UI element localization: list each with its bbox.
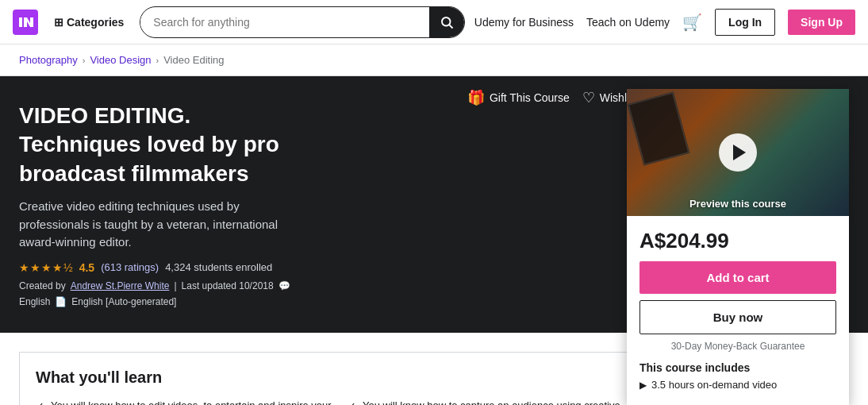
breadcrumb-sep-1: ›	[83, 56, 86, 65]
nav-link-teach[interactable]: Teach on Udemy	[586, 16, 670, 29]
meta-row: Created by Andrew St.Pierre White | Last…	[19, 280, 305, 307]
search-input[interactable]	[140, 16, 428, 29]
heart-icon: ♡	[582, 89, 595, 106]
video-icon: ▶	[639, 380, 647, 391]
nav-links: Udemy for Business Teach on Udemy 🛒 Log …	[474, 9, 855, 36]
learn-box: What you'll learn ✓ You will know how to…	[19, 352, 670, 405]
course-title: VIDEO EDITING. Techniques loved by pro b…	[19, 102, 305, 188]
hero-content: VIDEO EDITING. Techniques loved by pro b…	[19, 102, 559, 307]
learn-title: What you'll learn	[36, 368, 653, 387]
separator-1: |	[174, 280, 176, 291]
add-to-cart-button[interactable]: Add to cart	[639, 261, 836, 294]
learn-item-2: You will know how to capture an audience…	[363, 399, 653, 405]
learn-item-1: You will know how to edit videos, to ent…	[51, 399, 341, 405]
language: English	[19, 296, 50, 307]
course-subtitle: Creative video editing techniques used b…	[19, 198, 305, 252]
gift-label: Gift This Course	[490, 91, 570, 104]
course-preview[interactable]: Preview this course	[627, 89, 849, 216]
preview-label: Preview this course	[689, 198, 786, 210]
svg-point-1	[442, 17, 451, 26]
star-1: ★	[19, 261, 29, 274]
breadcrumb-photography[interactable]: Photography	[19, 54, 78, 66]
search-bar	[140, 6, 464, 38]
grid-icon: ⊞	[54, 16, 63, 29]
rating-count: (613 ratings)	[101, 261, 159, 273]
gift-course-button[interactable]: 🎁 Gift This Course	[467, 89, 570, 106]
navbar: ⊞ Categories Udemy for Business Teach on…	[0, 0, 868, 44]
categories-button[interactable]: ⊞ Categories	[48, 16, 130, 29]
guarantee-text: 30-Day Money-Back Guarantee	[639, 341, 836, 352]
logo[interactable]	[13, 10, 38, 35]
list-item: ✓ You will know how to edit videos, to e…	[36, 399, 341, 405]
course-card: Preview this course A$204.99 Add to cart…	[627, 89, 849, 405]
enrolled-count: 4,324 students enrolled	[165, 261, 272, 273]
includes-video-item: ▶ 3.5 hours on-demand video	[639, 379, 836, 391]
check-icon-2: ✓	[348, 400, 356, 405]
hero-actions: 🎁 Gift This Course ♡ Wishlist	[467, 89, 638, 106]
nav-link-business[interactable]: Udemy for Business	[474, 16, 574, 29]
breadcrumb-sep-2: ›	[156, 56, 159, 65]
includes-title: This course includes	[639, 361, 836, 374]
star-3: ★	[41, 261, 52, 274]
play-triangle-icon	[733, 145, 746, 160]
card-body: A$204.99 Add to cart Buy now 30-Day Mone…	[627, 216, 849, 405]
check-icon-1: ✓	[36, 400, 44, 405]
svg-line-2	[449, 25, 452, 28]
captions: English [Auto-generated]	[71, 296, 176, 307]
list-item: ✓ You will know how to capture an audien…	[348, 399, 653, 405]
video-hours: 3.5 hours on-demand video	[651, 379, 777, 391]
star-4: ★	[52, 261, 63, 274]
play-button[interactable]	[719, 133, 757, 172]
stars: ★ ★ ★ ★ ½	[19, 261, 73, 274]
star-5: ½	[63, 261, 73, 274]
star-2: ★	[30, 261, 40, 274]
breadcrumb: Photography › Video Design › Video Editi…	[0, 44, 868, 76]
separator-2: 💬	[278, 280, 290, 291]
learn-grid: ✓ You will know how to edit videos, to e…	[36, 399, 653, 405]
signup-button[interactable]: Sign Up	[788, 10, 855, 35]
rating-row: ★ ★ ★ ★ ½ 4.5 (613 ratings) 4,324 studen…	[19, 261, 305, 274]
created-by-label: Created by	[19, 280, 66, 291]
cart-icon[interactable]: 🛒	[682, 13, 702, 32]
login-button[interactable]: Log In	[715, 9, 775, 36]
separator-3: 📄	[55, 296, 67, 307]
breadcrumb-video-design[interactable]: Video Design	[90, 54, 151, 66]
hero-section: 🎁 Gift This Course ♡ Wishlist VIDEO EDIT…	[0, 76, 868, 333]
breadcrumb-current: Video Editing	[163, 54, 224, 66]
author-link[interactable]: Andrew St.Pierre White	[71, 280, 170, 291]
last-updated: Last updated 10/2018	[182, 280, 274, 291]
search-button[interactable]	[429, 6, 464, 38]
categories-label: Categories	[67, 16, 124, 29]
buy-now-button[interactable]: Buy now	[639, 300, 836, 334]
price: A$204.99	[639, 229, 836, 253]
gift-icon: 🎁	[467, 89, 485, 106]
rating-number: 4.5	[79, 261, 94, 274]
